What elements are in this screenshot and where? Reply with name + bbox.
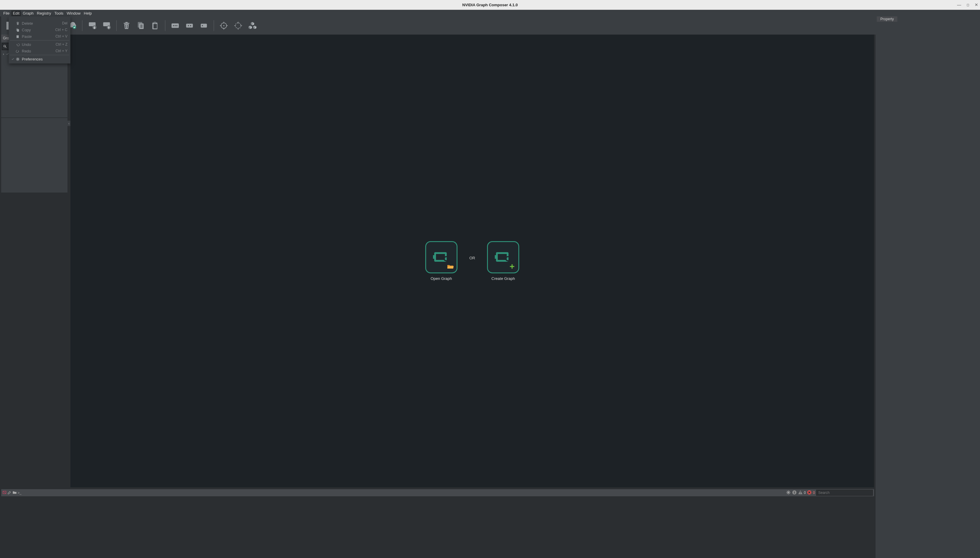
- svg-point-26: [188, 25, 189, 26]
- dot1-button[interactable]: [198, 20, 209, 31]
- redo-icon: [15, 49, 20, 53]
- cubes-button[interactable]: [247, 20, 258, 31]
- svg-line-54: [3, 492, 6, 493]
- svg-rect-20: [153, 24, 156, 28]
- menu-item-preferences[interactable]: Preferences: [9, 56, 71, 62]
- dots3-button[interactable]: [170, 20, 181, 31]
- svg-line-76: [16, 58, 17, 58]
- svg-rect-70: [17, 35, 18, 36]
- svg-rect-50: [495, 255, 497, 259]
- open-log-button[interactable]: [13, 490, 17, 496]
- dots2-button[interactable]: [184, 20, 195, 31]
- svg-rect-9: [124, 23, 130, 23]
- menu-separator: [10, 40, 69, 41]
- console-right-group: i ! 0 0: [786, 490, 873, 496]
- menu-graph[interactable]: Graph: [21, 10, 35, 16]
- edit-menu-dropdown: Delete Del Copy Ctrl + C Paste Ctrl + V …: [9, 16, 71, 64]
- paste-icon: [15, 34, 20, 38]
- menu-item-paste[interactable]: Paste Ctrl + V: [9, 33, 71, 39]
- chevron-right-icon: ›: [3, 53, 4, 56]
- svg-line-42: [5, 47, 7, 48]
- target-dashed-button[interactable]: [232, 20, 244, 31]
- check-icon: [11, 57, 15, 61]
- svg-rect-68: [17, 29, 19, 31]
- graph-canvas: Open Graph OR Create Graph: [71, 34, 874, 487]
- edit-console-button[interactable]: [7, 490, 12, 496]
- menu-item-undo[interactable]: Undo Ctrl + Z: [9, 41, 71, 48]
- console-search-input[interactable]: [816, 490, 873, 496]
- toolbar-separator: [214, 20, 214, 31]
- menu-window[interactable]: Window: [65, 10, 82, 16]
- svg-point-27: [190, 25, 191, 26]
- left-panel-divider[interactable]: [1, 117, 68, 118]
- error-icon[interactable]: [807, 490, 812, 496]
- menu-item-redo[interactable]: Redo Ctrl + Y: [9, 48, 71, 54]
- menu-item-delete[interactable]: Delete Del: [9, 20, 71, 26]
- trash-icon: [15, 21, 20, 25]
- toolbar: [1, 16, 980, 34]
- svg-rect-25: [186, 23, 193, 28]
- delete-button[interactable]: [121, 20, 132, 31]
- clear-console-button[interactable]: [2, 490, 7, 496]
- svg-point-29: [202, 25, 203, 26]
- menu-separator: [10, 55, 69, 55]
- left-panel-content: [1, 58, 68, 192]
- or-label: OR: [469, 256, 475, 260]
- menu-file[interactable]: File: [2, 10, 11, 16]
- svg-rect-46: [433, 255, 435, 259]
- svg-point-71: [17, 58, 18, 60]
- menu-help[interactable]: Help: [82, 10, 94, 16]
- svg-point-36: [236, 23, 241, 28]
- svg-point-24: [176, 25, 178, 26]
- paste-button[interactable]: [150, 20, 161, 31]
- maximize-button[interactable]: ◻: [967, 3, 969, 7]
- svg-rect-52: [510, 266, 514, 267]
- svg-text:i: i: [794, 491, 795, 494]
- open-folder-icon: [447, 264, 454, 270]
- warning-icon[interactable]: !: [798, 490, 803, 496]
- create-graph-card[interactable]: Create Graph: [487, 241, 519, 281]
- menu-registry[interactable]: Registry: [36, 10, 53, 16]
- svg-rect-10: [125, 22, 128, 23]
- window-controls: — ◻ ✕: [957, 0, 978, 10]
- open-graph-label: Open Graph: [431, 276, 452, 281]
- window-title: NVIDIA Graph Composer 4.1.0: [462, 3, 518, 7]
- plus-icon: [509, 264, 516, 270]
- svg-point-41: [4, 45, 6, 47]
- svg-rect-19: [154, 21, 156, 23]
- graph-icon: [433, 250, 450, 265]
- menu-edit[interactable]: Edit: [12, 10, 21, 16]
- upload-button[interactable]: [101, 20, 112, 31]
- gear-icon: [15, 57, 20, 61]
- target-button[interactable]: [218, 20, 229, 31]
- info-icon[interactable]: i: [792, 490, 797, 496]
- svg-text:!: !: [800, 491, 800, 494]
- download-button[interactable]: [87, 20, 98, 31]
- svg-line-78: [16, 60, 17, 60]
- console-left-icons: >_: [2, 490, 21, 496]
- close-button[interactable]: ✕: [975, 2, 978, 7]
- right-panel: Property: [876, 16, 980, 558]
- menu-item-copy[interactable]: Copy Ctrl + C: [9, 26, 71, 33]
- app-body: Groups › ‹ Open Graph OR: [0, 16, 980, 558]
- console-bar: >_ i ! 0 0: [1, 489, 874, 496]
- toolbar-separator: [82, 20, 82, 31]
- svg-rect-66: [17, 22, 18, 22]
- copy-button[interactable]: [135, 20, 147, 31]
- toolbar-separator: [116, 20, 117, 31]
- create-graph-label: Create Graph: [491, 276, 515, 281]
- collapse-handle[interactable]: ‹: [68, 121, 71, 126]
- create-graph-box: [487, 241, 519, 273]
- svg-point-23: [175, 25, 176, 26]
- open-graph-card[interactable]: Open Graph: [425, 241, 458, 281]
- search-icon: [3, 45, 7, 48]
- console-output: [1, 496, 874, 557]
- toolbar-separator: [165, 20, 165, 31]
- property-tab[interactable]: Property: [877, 16, 897, 22]
- menubar: File Edit Graph Registry Tools Window He…: [0, 10, 980, 16]
- minimize-button[interactable]: —: [957, 2, 961, 7]
- copy-icon: [15, 28, 20, 32]
- menu-tools[interactable]: Tools: [53, 10, 65, 16]
- graph-icon: [495, 250, 512, 265]
- snowflake-icon[interactable]: [786, 490, 791, 496]
